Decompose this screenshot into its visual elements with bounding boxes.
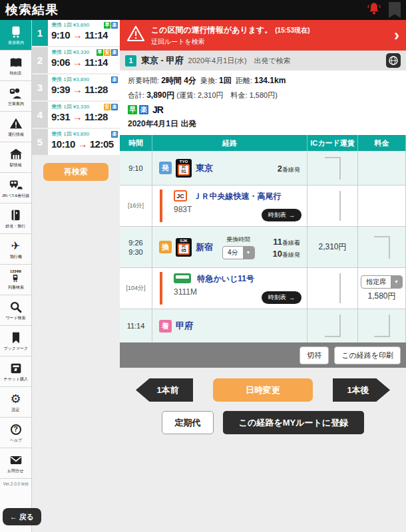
route-candidate-3[interactable]: 3 乗換 1回 ¥3,890 楽 9:39 → 11:28 bbox=[32, 74, 120, 100]
route-candidate-2[interactable]: 2 乗換 1回 ¥3,330 早 安 楽 9:06 → 11:14 bbox=[32, 47, 120, 73]
train-number-icon: 1234M bbox=[10, 269, 21, 284]
col-ic-fare: ICカード運賃 bbox=[307, 135, 358, 151]
transfer-count: 乗換 1回 bbox=[51, 49, 72, 56]
sidebar-item-rail-travel[interactable]: 鉄道・旅行 bbox=[0, 203, 31, 234]
ic-fare-span-end bbox=[325, 315, 341, 337]
sidebar-item-airplane[interactable]: ✈ 飛行機 bbox=[0, 234, 31, 265]
bus-ship-icon bbox=[9, 178, 23, 192]
depart-time: 9:39 bbox=[51, 84, 70, 95]
sidebar-item-settings[interactable]: ⚙ 設定 bbox=[0, 387, 31, 418]
transfer-value: 1回 bbox=[219, 76, 232, 85]
gear-icon: ⚙ bbox=[10, 392, 21, 406]
sidebar-item-transit-guide[interactable]: 乗換案内 bbox=[0, 20, 31, 51]
search-summary-bar: 1 東京 - 甲府 2020年4月1日(水) 出発で検索 bbox=[120, 51, 406, 70]
badge-easy: 楽 bbox=[111, 49, 118, 56]
action-row: 定期代 この経路をMYルートに登録 bbox=[120, 411, 406, 434]
travel-book-icon bbox=[9, 208, 23, 223]
sidebar-item-contact[interactable]: お問合せ bbox=[0, 448, 31, 479]
line-link-chuo[interactable]: ＪＲ中央線快速・高尾行 bbox=[193, 192, 281, 201]
badge-easy: 楽 bbox=[111, 104, 118, 110]
arrow-icon: → bbox=[73, 57, 83, 68]
operation-alert-banner[interactable]: この区間の運行情報があります。(15:53現在) 迂回ルートを検索 › bbox=[120, 20, 406, 51]
datetime-change-button[interactable]: 日時変更 bbox=[213, 378, 313, 402]
timetable-button[interactable]: 時刻表→ bbox=[262, 291, 302, 304]
register-myroute-button[interactable]: この経路をMYルートに登録 bbox=[223, 411, 364, 434]
transfer-badge: 換 bbox=[159, 241, 172, 253]
ic-fare-value: 2,310円 bbox=[318, 241, 346, 253]
route-price: ¥3,330 bbox=[73, 104, 89, 110]
print-route-button[interactable]: この経路を印刷 bbox=[334, 346, 401, 364]
sidebar-item-station-info[interactable]: 駅情報 bbox=[0, 142, 31, 173]
timetable-button[interactable]: 時刻表→ bbox=[262, 209, 302, 221]
depart-platform-number: 10 bbox=[273, 249, 282, 259]
notification-bell-icon[interactable] bbox=[366, 1, 382, 19]
time-value: 11:14 bbox=[127, 322, 145, 330]
table-row-chuo-line: [16分] JC ＪＲ中央線快速・高尾行 983T 時刻表→ bbox=[120, 186, 406, 227]
sidebar-item-jr-bus[interactable]: JRバス&会社線 bbox=[0, 173, 31, 203]
station-link-tokyo[interactable]: 東京 bbox=[196, 162, 213, 174]
airplane-icon: ✈ bbox=[11, 239, 20, 253]
search-icon bbox=[9, 300, 23, 315]
sidebar-item-help[interactable]: ? ヘルプ bbox=[0, 418, 31, 448]
ticket-button[interactable]: 切符 bbox=[300, 346, 329, 364]
research-button[interactable]: 再検索 bbox=[43, 163, 108, 181]
bookmark-icon bbox=[9, 331, 23, 345]
jr-logo: JR bbox=[152, 104, 163, 115]
badge-fast: 早 bbox=[104, 22, 110, 29]
depart-badge: 発 bbox=[159, 162, 172, 174]
badge-fast: 早 bbox=[128, 105, 137, 114]
next-train-button[interactable]: 1本後 bbox=[333, 378, 390, 402]
distance-value: 134.1km bbox=[254, 76, 286, 85]
transit-app: 検索結果 乗換案内 時刻表 bbox=[0, 0, 406, 532]
prev-train-button[interactable]: 1本前 bbox=[136, 378, 193, 402]
transfer-time-select[interactable]: 4分 ▼ bbox=[222, 246, 255, 259]
sidebar-item-operation-info[interactable]: 運行情報 bbox=[0, 112, 31, 142]
line-color-bar bbox=[160, 190, 162, 222]
sidebar-item-service-info[interactable]: 営業案内 bbox=[0, 81, 31, 112]
search-condition: 2020年4月1日(水) 出発で検索 bbox=[188, 56, 291, 66]
sidebar-item-word-search[interactable]: ワード検索 bbox=[0, 295, 31, 326]
fare-value: 1,580円 bbox=[367, 291, 395, 302]
route-candidate-5[interactable]: 5 乗換 1回 ¥3,890 楽 10:10 → 12:05 bbox=[32, 129, 120, 155]
badge-easy: 楽 bbox=[111, 22, 118, 29]
route-candidate-1[interactable]: 1 乗換 1回 ¥3,890 早 楽 9:10 → 11:14 bbox=[32, 20, 120, 46]
arrive-time: 9:26 bbox=[128, 239, 142, 247]
app-header: 検索結果 bbox=[0, 0, 406, 20]
distance-label: 距離: bbox=[236, 76, 252, 84]
app-version: Ver.2.0.0 test bbox=[0, 481, 31, 486]
header-bookmark-icon[interactable] bbox=[389, 2, 401, 18]
arrive-badge: 着 bbox=[159, 320, 172, 332]
segment-duration: [16分] bbox=[128, 201, 144, 210]
line-color-bar bbox=[160, 272, 162, 305]
help-icon: ? bbox=[11, 422, 21, 437]
globe-button[interactable] bbox=[386, 53, 401, 68]
duration-value: 2時間 4分 bbox=[161, 76, 196, 85]
sidebar-item-ticket-purchase[interactable]: チケット購入 bbox=[0, 356, 31, 387]
transfer-count: 乗換 1回 bbox=[51, 130, 72, 138]
commuter-pass-button[interactable]: 定期代 bbox=[162, 411, 214, 434]
seat-type-select[interactable]: 指定席 ▼ bbox=[361, 275, 403, 289]
badge-easy: 楽 bbox=[111, 76, 118, 83]
fare-span-end bbox=[374, 315, 390, 337]
main-content: この区間の運行情報があります。(15:53現在) 迂回ルートを検索 › 1 東京… bbox=[120, 20, 406, 532]
alert-subtitle: 迂回ルートを検索 bbox=[151, 37, 388, 47]
station-link-shinjuku[interactable]: 新宿 bbox=[196, 241, 213, 253]
route-summary: 所要時間: 2時間 4分 乗換: 1回 距離: 134.1km 合計: 3,89… bbox=[120, 70, 406, 135]
arrow-icon: → bbox=[73, 111, 83, 122]
badge-easy: 楽 bbox=[139, 105, 148, 114]
depart-time: 10:10 bbox=[51, 138, 75, 150]
staff-icon bbox=[9, 86, 23, 100]
depart-date: 2020年4月1日 出発 bbox=[128, 118, 398, 130]
platform-suffix: 番線発 bbox=[282, 166, 300, 173]
station-link-kofu[interactable]: 甲府 bbox=[176, 320, 193, 332]
back-button[interactable]: ← 戻る bbox=[3, 508, 41, 525]
train-link-kaiji[interactable]: 特急かいじ11号 bbox=[197, 274, 254, 283]
sidebar-item-train-number-search[interactable]: 1234M 列番検索 bbox=[0, 265, 31, 295]
route-name: 東京 - 甲府 bbox=[141, 55, 184, 66]
line-symbol-jc: JC bbox=[174, 190, 187, 201]
route-candidate-4[interactable]: 4 乗換 1回 ¥3,330 安 楽 9:31 → 11:28 bbox=[32, 102, 120, 128]
sidebar-item-timetable[interactable]: 時刻表 bbox=[0, 51, 31, 81]
arrow-icon: → bbox=[73, 29, 83, 41]
sidebar-item-bookmark[interactable]: ブックマーク bbox=[0, 326, 31, 356]
itinerary-table: 時間 経路 ICカード運賃 料金 9:10 発 TYO JC01 東京 bbox=[120, 135, 406, 368]
